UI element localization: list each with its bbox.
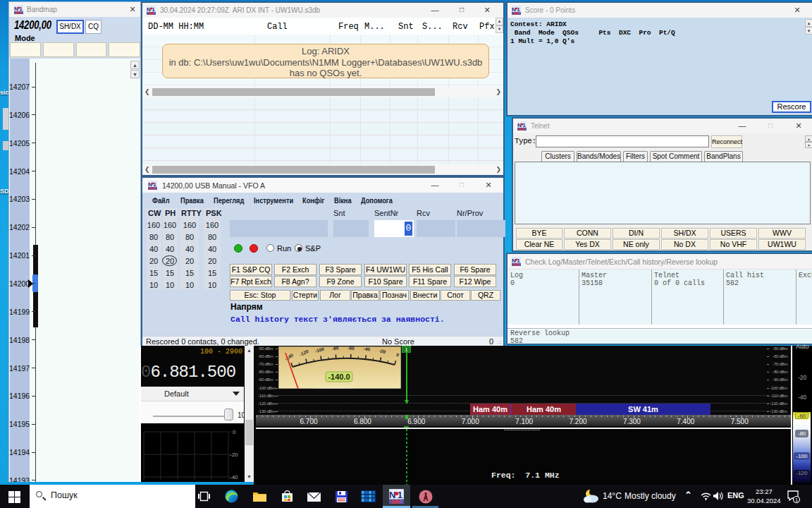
svg-text:-40: -40 — [230, 474, 238, 480]
svg-text:-140.0: -140.0 — [328, 373, 350, 381]
svg-text:MM: MM — [513, 11, 519, 15]
svg-text:MM: MM — [16, 11, 22, 14]
svg-text:MM: MM — [513, 262, 519, 266]
svg-text:1: 1 — [795, 497, 798, 502]
svg-text:MM: MM — [148, 11, 154, 15]
svg-text:MM: MM — [149, 186, 156, 190]
svg-text:MM: MM — [391, 498, 401, 504]
svg-text:-60: -60 — [347, 346, 355, 351]
svg-text:-20: -20 — [230, 452, 238, 458]
svg-text:0: 0 — [233, 429, 236, 435]
svg-text:MM: MM — [519, 127, 525, 131]
